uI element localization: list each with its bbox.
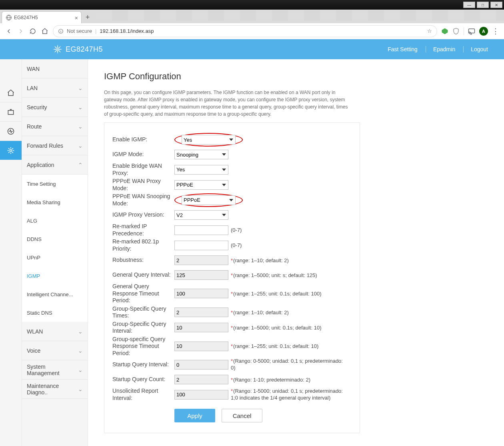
info-icon: [58, 28, 64, 34]
tab-title: EG8247H5: [14, 15, 38, 20]
window-minimize-button[interactable]: —: [463, 2, 475, 8]
forward-button[interactable]: [17, 27, 25, 35]
window-maximize-button[interactable]: □: [477, 2, 489, 8]
bookmark-star-icon[interactable]: ☆: [427, 28, 432, 34]
url-text: 192.168.18.1/index.asp: [100, 28, 154, 34]
huawei-logo-icon: [52, 44, 63, 55]
device-name: EG8247H5: [66, 45, 103, 54]
home-button[interactable]: [41, 27, 49, 35]
profile-avatar[interactable]: A: [479, 27, 488, 36]
tab-close-icon[interactable]: ×: [75, 15, 78, 21]
tab-strip: EG8247H5 × +: [0, 10, 504, 23]
device-logo: EG8247H5: [52, 44, 103, 55]
window-titlebar: — □ ✕: [0, 0, 504, 10]
globe-icon: [6, 15, 12, 20]
cast-icon[interactable]: [468, 28, 475, 35]
address-bar[interactable]: Not secure | 192.168.18.1/index.asp ☆: [53, 25, 437, 37]
logout-link[interactable]: Logout: [463, 46, 488, 52]
username-label[interactable]: Epadmin: [426, 46, 455, 52]
security-status: Not secure: [67, 28, 92, 34]
back-button[interactable]: [5, 27, 13, 35]
fast-setting-link[interactable]: Fast Setting: [388, 46, 418, 52]
reload-button[interactable]: [29, 27, 37, 35]
window-close-button[interactable]: ✕: [490, 2, 502, 8]
browser-tab[interactable]: EG8247H5 ×: [2, 11, 82, 23]
shield-icon[interactable]: [452, 28, 460, 35]
svg-rect-2: [60, 31, 61, 32]
browser-menu-button[interactable]: ⋮: [492, 27, 499, 36]
device-header: EG8247H5 Fast Setting Epadmin Logout: [0, 39, 504, 59]
adblock-icon[interactable]: [441, 28, 448, 35]
new-tab-button[interactable]: +: [82, 11, 94, 23]
other-tabs: [96, 10, 504, 21]
svg-rect-4: [469, 29, 475, 33]
svg-point-1: [60, 30, 61, 30]
svg-marker-3: [442, 28, 448, 34]
browser-toolbar: Not secure | 192.168.18.1/index.asp ☆ A …: [0, 23, 504, 39]
